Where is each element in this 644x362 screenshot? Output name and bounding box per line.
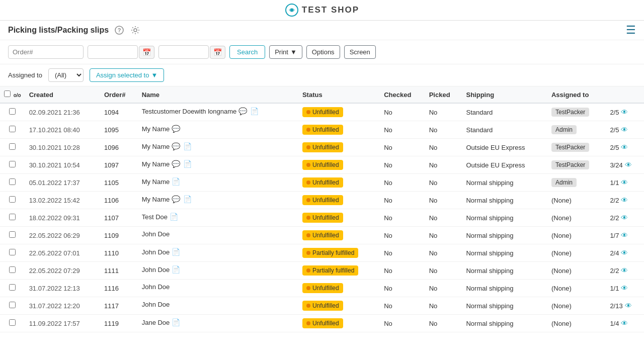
date-from-input[interactable]: 10.08.2021 [88, 45, 138, 59]
message-icon[interactable]: 💬 [172, 125, 180, 133]
view-icon[interactable]: 👁 [621, 249, 628, 257]
row-checkbox[interactable] [9, 126, 16, 132]
options-button[interactable]: Options [306, 45, 340, 59]
cell-assigned: (None) [547, 262, 606, 280]
row-checkbox[interactable] [9, 178, 16, 185]
assign-selected-button[interactable]: Assign selected to ▼ [90, 68, 164, 82]
status-text: Unfulfilled [312, 214, 339, 221]
document-icon[interactable]: 📄 [172, 177, 180, 186]
view-icon[interactable]: 👁 [621, 196, 628, 204]
cell-created: 13.02.2022 15:42 [25, 192, 100, 209]
cell-assigned: (None) [547, 244, 606, 262]
cell-status: Partially fulfilled [298, 262, 380, 280]
view-icon[interactable]: 👁 [621, 284, 628, 292]
svg-point-1 [290, 9, 293, 12]
cell-picked: No [425, 139, 462, 156]
row-checkbox[interactable] [9, 143, 16, 150]
cell-shipping: Normal shipping [462, 192, 547, 209]
top-header: TEST SHOP [0, 0, 644, 21]
cell-count: 2/2👁 [606, 209, 644, 227]
screen-button[interactable]: Screen [344, 45, 376, 59]
cell-count: 2/4👁 [606, 244, 644, 262]
cell-name: My Name💬📄 [138, 192, 298, 207]
shop-name: TEST SHOP [302, 5, 359, 15]
print-button[interactable]: Print ▼ [269, 45, 302, 59]
cell-picked: No [425, 156, 462, 174]
order-name: My Name [142, 125, 170, 133]
cell-assigned: TestPacker [547, 103, 606, 121]
document-icon[interactable]: 📄 [172, 318, 180, 326]
view-icon[interactable]: 👁 [621, 143, 628, 151]
document-icon[interactable]: 📄 [172, 265, 180, 274]
cell-order: 1106 [100, 192, 138, 209]
view-icon[interactable]: 👁 [621, 126, 628, 134]
row-checkbox[interactable] [9, 249, 16, 255]
row-checkbox-cell [0, 121, 25, 139]
view-icon[interactable]: 👁 [625, 161, 632, 169]
cell-picked: No [425, 121, 462, 139]
document-icon[interactable]: 📄 [250, 107, 259, 115]
date-to-input[interactable]: 05.10.2022 [158, 45, 209, 59]
row-checkbox[interactable] [9, 266, 16, 273]
row-checkbox-cell [0, 315, 25, 332]
table-header-row: o/o Created Order# Name Status Checked P… [0, 86, 644, 103]
document-icon[interactable]: 📄 [183, 142, 192, 150]
view-icon[interactable]: 👁 [621, 266, 628, 275]
view-icon[interactable]: 👁 [625, 302, 632, 310]
document-icon[interactable]: 📄 [172, 248, 180, 256]
view-icon[interactable]: 👁 [621, 214, 628, 222]
cell-status: Unfulfilled [298, 156, 380, 174]
calendar-from-button[interactable]: 📅 [139, 46, 154, 59]
status-text: Unfulfilled [312, 109, 339, 116]
select-all-checkbox[interactable] [4, 90, 11, 97]
cell-assigned: TestPacker [547, 139, 606, 156]
status-badge: Unfulfilled [302, 195, 343, 205]
order-name: John Doe [142, 266, 170, 274]
order-search-input[interactable] [8, 45, 84, 59]
assigned-to-select[interactable]: (All) [48, 68, 84, 82]
cell-assigned: Admin [547, 121, 606, 139]
order-name: My Name [142, 196, 170, 203]
row-checkbox-cell [0, 209, 25, 227]
help-button[interactable]: ? [114, 25, 125, 36]
message-icon[interactable]: 💬 [238, 107, 247, 115]
cell-shipping: Normal shipping [462, 297, 547, 315]
status-text: Unfulfilled [312, 197, 339, 204]
view-icon[interactable]: 👁 [621, 231, 628, 239]
message-icon[interactable]: 💬 [172, 160, 180, 168]
status-badge: Unfulfilled [302, 177, 343, 188]
view-icon[interactable]: 👁 [621, 108, 628, 116]
search-button[interactable]: Search [229, 45, 265, 59]
row-checkbox[interactable] [9, 284, 16, 291]
cell-status: Unfulfilled [298, 139, 380, 156]
cell-name: My Name📄 [138, 174, 298, 189]
message-icon[interactable]: 💬 [172, 142, 180, 150]
row-checkbox[interactable] [9, 161, 16, 167]
status-dot [306, 233, 310, 237]
table-row: 02.09.2021 21:361094Testcustomer Doewith… [0, 103, 644, 121]
row-checkbox[interactable] [9, 302, 16, 308]
row-checkbox[interactable] [9, 231, 16, 238]
count-eye-wrap: 1/7👁 [610, 231, 640, 239]
hamburger-icon[interactable]: ☰ [626, 24, 636, 37]
cell-status: Unfulfilled [298, 315, 380, 332]
status-dot [306, 216, 310, 220]
row-checkbox[interactable] [9, 108, 16, 115]
row-checkbox[interactable] [9, 319, 16, 326]
row-checkbox[interactable] [9, 196, 16, 203]
document-icon[interactable]: 📄 [183, 160, 192, 168]
cell-picked: No [425, 192, 462, 209]
message-icon[interactable]: 💬 [172, 195, 180, 203]
row-checkbox[interactable] [9, 214, 16, 220]
cell-assigned: (None) [547, 297, 606, 315]
calendar-to-button[interactable]: 📅 [210, 46, 225, 59]
view-icon[interactable]: 👁 [621, 178, 628, 187]
status-badge: Partially fulfilled [302, 265, 358, 276]
settings-button[interactable] [130, 25, 141, 36]
cell-checked: No [380, 280, 425, 297]
view-icon[interactable]: 👁 [621, 319, 628, 327]
table-row: 17.10.2021 08:401095My Name💬UnfulfilledN… [0, 121, 644, 139]
document-icon[interactable]: 📄 [183, 195, 192, 203]
document-icon[interactable]: 📄 [170, 213, 178, 221]
cell-shipping: Normal shipping [462, 244, 547, 262]
